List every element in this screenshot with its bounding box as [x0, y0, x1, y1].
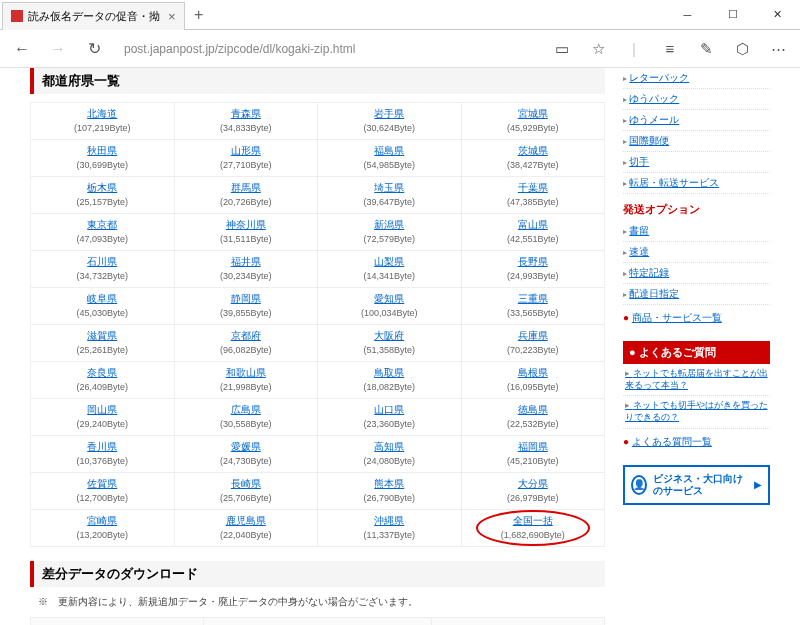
sidebar-link[interactable]: 配達日指定: [629, 288, 679, 299]
more-icon[interactable]: ⋯: [764, 35, 792, 63]
prefecture-link[interactable]: 山梨県: [374, 256, 404, 267]
prefecture-link[interactable]: 北海道: [87, 108, 117, 119]
prefecture-cell: 北海道(107,219Byte): [31, 103, 175, 140]
prefecture-size: (30,699Byte): [76, 160, 128, 170]
prefecture-link[interactable]: 長野県: [518, 256, 548, 267]
prefecture-link[interactable]: 青森県: [231, 108, 261, 119]
faq-item[interactable]: ネットでも切手やはがきを買ったりできるの？: [623, 396, 770, 428]
tab-close-icon[interactable]: ×: [168, 9, 176, 24]
prefecture-link[interactable]: 三重県: [518, 293, 548, 304]
sidebar-link[interactable]: 切手: [629, 156, 649, 167]
prefecture-link[interactable]: 鳥取県: [374, 367, 404, 378]
prefecture-link[interactable]: 和歌山県: [226, 367, 266, 378]
prefecture-cell: 福岡県(45,210Byte): [461, 436, 605, 473]
refresh-button[interactable]: ↻: [80, 35, 108, 63]
faq-all-link[interactable]: よくある質問一覧: [632, 436, 712, 447]
minimize-button[interactable]: ─: [665, 0, 710, 30]
prefecture-link[interactable]: 新潟県: [374, 219, 404, 230]
faq-item[interactable]: ネットでも転居届を出すことが出来るって本当？: [623, 364, 770, 396]
prefecture-link[interactable]: 秋田県: [87, 145, 117, 156]
prefecture-link[interactable]: 大阪府: [374, 330, 404, 341]
reading-view-icon[interactable]: ▭: [548, 35, 576, 63]
prefecture-size: (12,700Byte): [76, 493, 128, 503]
prefecture-link[interactable]: 福井県: [231, 256, 261, 267]
prefecture-size: (30,624Byte): [363, 123, 415, 133]
sidebar-link[interactable]: 速達: [629, 246, 649, 257]
prefecture-link[interactable]: 栃木県: [87, 182, 117, 193]
prefecture-link[interactable]: 沖縄県: [374, 515, 404, 526]
prefecture-link[interactable]: 徳島県: [518, 404, 548, 415]
prefecture-link[interactable]: 埼玉県: [374, 182, 404, 193]
prefecture-link[interactable]: 京都府: [231, 330, 261, 341]
prefecture-size: (26,790Byte): [363, 493, 415, 503]
prefecture-link[interactable]: 群馬県: [231, 182, 261, 193]
sidebar-link[interactable]: 書留: [629, 225, 649, 236]
prefecture-cell: 徳島県(22,532Byte): [461, 399, 605, 436]
back-button[interactable]: ←: [8, 35, 36, 63]
prefecture-link[interactable]: 愛知県: [374, 293, 404, 304]
prefecture-link[interactable]: 富山県: [518, 219, 548, 230]
prefecture-size: (10,376Byte): [76, 456, 128, 466]
prefecture-link[interactable]: 熊本県: [374, 478, 404, 489]
close-button[interactable]: ✕: [755, 0, 800, 30]
prefecture-cell: 岡山県(29,240Byte): [31, 399, 175, 436]
prefecture-link[interactable]: 岐阜県: [87, 293, 117, 304]
notes-icon[interactable]: ✎: [692, 35, 720, 63]
prefecture-link[interactable]: 千葉県: [518, 182, 548, 193]
share-icon[interactable]: ⬡: [728, 35, 756, 63]
sidebar-link[interactable]: ゆうパック: [629, 93, 679, 104]
prefecture-cell: 岐阜県(45,030Byte): [31, 288, 175, 325]
prefecture-link[interactable]: 福岡県: [518, 441, 548, 452]
prefecture-cell: 埼玉県(39,647Byte): [318, 177, 462, 214]
prefecture-size: (96,082Byte): [220, 345, 272, 355]
browser-tab[interactable]: 読み仮名データの促音・拗 ×: [2, 2, 185, 30]
prefecture-link[interactable]: 福島県: [374, 145, 404, 156]
prefecture-link[interactable]: 愛媛県: [231, 441, 261, 452]
prefecture-link[interactable]: 山形県: [231, 145, 261, 156]
prefecture-link[interactable]: 鹿児島県: [226, 515, 266, 526]
prefecture-size: (30,234Byte): [220, 271, 272, 281]
prefecture-size: (25,157Byte): [76, 197, 128, 207]
prefecture-link[interactable]: 茨城県: [518, 145, 548, 156]
prefecture-link[interactable]: 山口県: [374, 404, 404, 415]
prefecture-cell: 長野県(24,993Byte): [461, 251, 605, 288]
favorite-icon[interactable]: ☆: [584, 35, 612, 63]
prefecture-size: (45,210Byte): [507, 456, 559, 466]
sidebar-links-1: レターパックゆうパックゆうメール国際郵便切手転居・転送サービス: [623, 68, 770, 194]
prefecture-link[interactable]: 長崎県: [231, 478, 261, 489]
business-service-box[interactable]: 👤 ビジネス・大口向けのサービス ▶: [623, 465, 770, 505]
prefecture-link[interactable]: 大分県: [518, 478, 548, 489]
prefecture-link[interactable]: 滋賀県: [87, 330, 117, 341]
prefecture-size: (22,532Byte): [507, 419, 559, 429]
prefecture-link[interactable]: 神奈川県: [226, 219, 266, 230]
window-controls: ─ ☐ ✕: [665, 0, 800, 30]
sidebar-link[interactable]: 特定記録: [629, 267, 669, 278]
prefecture-link[interactable]: 香川県: [87, 441, 117, 452]
prefecture-link[interactable]: 宮城県: [518, 108, 548, 119]
shipping-options-header: 発送オプション: [623, 198, 770, 221]
prefecture-link[interactable]: 広島県: [231, 404, 261, 415]
prefecture-link[interactable]: 岡山県: [87, 404, 117, 415]
prefecture-link[interactable]: 奈良県: [87, 367, 117, 378]
prefecture-link[interactable]: 東京都: [87, 219, 117, 230]
sidebar-link[interactable]: 国際郵便: [629, 135, 669, 146]
prefecture-link[interactable]: 佐賀県: [87, 478, 117, 489]
prefecture-link[interactable]: 全国一括: [513, 515, 553, 526]
prefecture-link[interactable]: 静岡県: [231, 293, 261, 304]
address-bar[interactable]: post.japanpost.jp/zipcode/dl/kogaki-zip.…: [116, 38, 540, 60]
maximize-button[interactable]: ☐: [710, 0, 755, 30]
prefecture-link[interactable]: 岩手県: [374, 108, 404, 119]
prefecture-cell: 福井県(30,234Byte): [174, 251, 318, 288]
prefecture-link[interactable]: 兵庫県: [518, 330, 548, 341]
new-tab-button[interactable]: +: [185, 1, 213, 29]
prefecture-link[interactable]: 島根県: [518, 367, 548, 378]
sidebar-link[interactable]: ゆうメール: [629, 114, 679, 125]
prefecture-link[interactable]: 石川県: [87, 256, 117, 267]
catalog-link[interactable]: 商品・サービス一覧: [632, 312, 722, 323]
prefecture-link[interactable]: 高知県: [374, 441, 404, 452]
hub-icon[interactable]: ≡: [656, 35, 684, 63]
forward-button[interactable]: →: [44, 35, 72, 63]
sidebar-link[interactable]: レターパック: [629, 72, 689, 83]
sidebar-link[interactable]: 転居・転送サービス: [629, 177, 719, 188]
prefecture-link[interactable]: 宮崎県: [87, 515, 117, 526]
